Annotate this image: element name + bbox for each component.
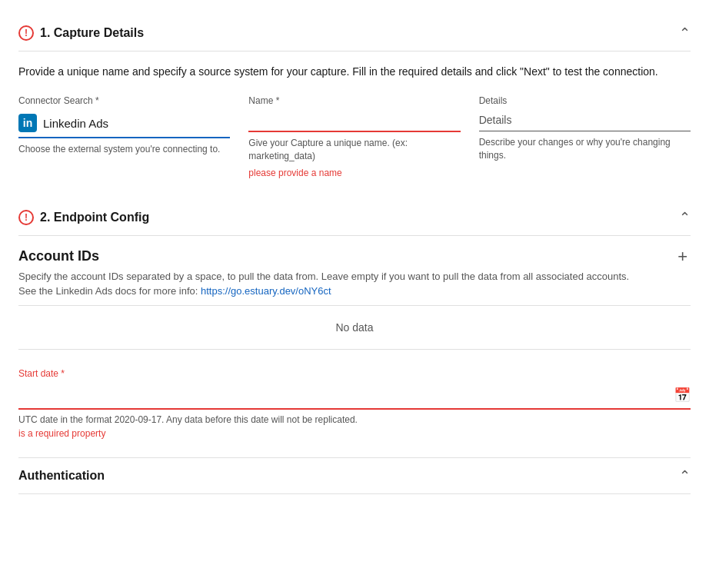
endpoint-config-title: 2. Endpoint Config — [40, 211, 149, 224]
endpoint-config-chevron-icon: ⌃ — [679, 209, 691, 226]
connector-search-value: Linkedin Ads — [43, 117, 108, 130]
capture-details-warning-icon: ! — [18, 25, 34, 41]
account-ids-desc: Specify the account IDs separated by a s… — [18, 269, 649, 299]
authentication-section: Authentication ⌃ — [18, 457, 691, 494]
connector-search-label: Connector Search * — [18, 95, 230, 106]
details-field: Details Describe your changes or why you… — [479, 95, 691, 178]
endpoint-config-content: Account IDs Specify the account IDs sepa… — [18, 236, 691, 439]
no-data-label: No data — [18, 305, 691, 350]
capture-details-intro: Provide a unique name and specify a sour… — [18, 64, 691, 80]
name-label: Name * — [248, 95, 460, 106]
connector-search-input[interactable]: in Linkedin Ads — [18, 109, 230, 138]
capture-details-chevron-icon: ⌃ — [679, 25, 691, 42]
account-ids-link[interactable]: https://go.estuary.dev/oNY6ct — [201, 285, 331, 297]
start-date-section: Start date * 📅 UTC date in the format 20… — [18, 368, 691, 439]
capture-details-content: Provide a unique name and specify a sour… — [18, 51, 691, 194]
name-error: please provide a name — [248, 168, 460, 178]
endpoint-config-warning-icon: ! — [18, 210, 34, 225]
capture-details-title: 1. Capture Details — [40, 26, 144, 40]
capture-details-section: ! 1. Capture Details ⌃ Provide a unique … — [18, 15, 691, 194]
name-input[interactable] — [248, 109, 460, 132]
capture-details-header[interactable]: ! 1. Capture Details ⌃ — [18, 15, 691, 51]
authentication-header[interactable]: Authentication ⌃ — [18, 457, 691, 494]
details-help: Describe your changes or why you're chan… — [479, 136, 691, 162]
start-date-label: Start date * — [18, 368, 691, 379]
start-date-help: UTC date in the format 2020-09-17. Any d… — [18, 414, 691, 425]
connector-search-field: Connector Search * in Linkedin Ads Choos… — [18, 95, 230, 178]
account-ids-section: Account IDs Specify the account IDs sepa… — [18, 248, 691, 350]
capture-details-fields: Connector Search * in Linkedin Ads Choos… — [18, 95, 691, 178]
name-help: Give your Capture a unique name. (ex: ma… — [248, 137, 460, 163]
start-date-input[interactable] — [18, 389, 674, 401]
add-account-id-button[interactable]: + — [674, 248, 691, 265]
account-ids-header: Account IDs Specify the account IDs sepa… — [18, 248, 691, 299]
details-label: Details — [479, 95, 691, 106]
linkedin-logo-icon: in — [18, 114, 37, 132]
start-date-input-row: 📅 — [18, 382, 691, 410]
start-date-error: is a required property — [18, 428, 691, 439]
details-input[interactable] — [479, 109, 691, 131]
account-ids-title: Account IDs — [18, 248, 649, 264]
authentication-title: Authentication — [18, 469, 105, 483]
connector-search-help: Choose the external system you're connec… — [18, 143, 230, 156]
authentication-chevron-icon: ⌃ — [679, 467, 691, 484]
endpoint-config-header[interactable]: ! 2. Endpoint Config ⌃ — [18, 200, 691, 236]
account-ids-header-left: Account IDs Specify the account IDs sepa… — [18, 248, 649, 299]
name-field: Name * Give your Capture a unique name. … — [248, 95, 460, 178]
endpoint-config-section: ! 2. Endpoint Config ⌃ Account IDs Speci… — [18, 200, 691, 439]
calendar-icon[interactable]: 📅 — [674, 387, 691, 404]
